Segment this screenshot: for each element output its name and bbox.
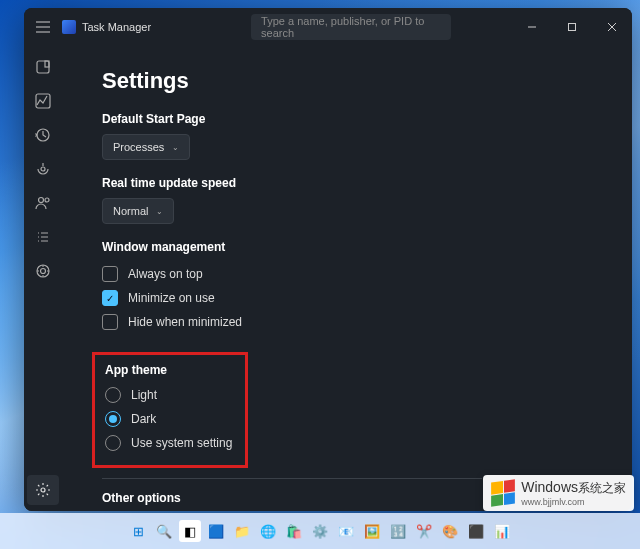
app-icon: [62, 20, 76, 34]
settings-content: Settings Default Start Page Processes ⌄ …: [62, 46, 632, 511]
default-start-value: Processes: [113, 141, 164, 153]
photos-icon[interactable]: 🖼️: [361, 520, 383, 542]
radio-checked-icon: [105, 411, 121, 427]
page-title: Settings: [102, 68, 614, 94]
taskmgr-icon[interactable]: 📊: [491, 520, 513, 542]
calculator-icon[interactable]: 🔢: [387, 520, 409, 542]
svg-point-5: [41, 167, 45, 171]
settings-icon[interactable]: [27, 475, 59, 505]
startup-icon[interactable]: [27, 154, 59, 184]
update-speed-dropdown[interactable]: Normal ⌄: [102, 198, 174, 224]
theme-system-row[interactable]: Use system setting: [105, 431, 235, 455]
watermark: Windows系统之家 www.bjjmlv.com: [483, 475, 634, 511]
search-input[interactable]: Type a name, publisher, or PID to search: [251, 14, 451, 40]
close-button[interactable]: [592, 8, 632, 46]
edge-icon[interactable]: 🌐: [257, 520, 279, 542]
default-start-dropdown[interactable]: Processes ⌄: [102, 134, 190, 160]
always-on-top-label: Always on top: [128, 267, 203, 281]
update-speed-label: Real time update speed: [102, 176, 614, 190]
search-icon[interactable]: 🔍: [153, 520, 175, 542]
hamburger-menu-button[interactable]: [24, 8, 62, 46]
theme-dark-label: Dark: [131, 412, 156, 426]
watermark-logo-icon: [491, 479, 515, 507]
app-theme-highlight: App theme Light Dark Use system setting: [92, 352, 248, 468]
settings-taskbar-icon[interactable]: ⚙️: [309, 520, 331, 542]
watermark-url: www.bjjmlv.com: [521, 497, 626, 507]
window-controls: [512, 8, 632, 46]
theme-dark-row[interactable]: Dark: [105, 407, 235, 431]
performance-icon[interactable]: [27, 86, 59, 116]
terminal-icon[interactable]: ⬛: [465, 520, 487, 542]
taskbar[interactable]: ⊞ 🔍 ◧ 🟦 📁 🌐 🛍️ ⚙️ 📧 🖼️ 🔢 ✂️ 🎨 ⬛ 📊: [0, 513, 640, 549]
explorer-icon[interactable]: 📁: [231, 520, 253, 542]
task-manager-window: Task Manager Type a name, publisher, or …: [24, 8, 632, 511]
start-icon[interactable]: ⊞: [127, 520, 149, 542]
always-on-top-row[interactable]: Always on top: [102, 262, 614, 286]
snip-icon[interactable]: ✂️: [413, 520, 435, 542]
svg-point-9: [41, 269, 46, 274]
divider: [102, 478, 482, 479]
app-title: Task Manager: [82, 21, 151, 33]
minimize-on-use-row[interactable]: ✓ Minimize on use: [102, 286, 614, 310]
store-icon[interactable]: 🛍️: [283, 520, 305, 542]
svg-point-6: [39, 198, 44, 203]
processes-icon[interactable]: [27, 52, 59, 82]
radio-unchecked-icon: [105, 435, 121, 451]
svg-point-10: [41, 488, 45, 492]
theme-light-label: Light: [131, 388, 157, 402]
checkbox-unchecked-icon: [102, 266, 118, 282]
services-icon[interactable]: [27, 256, 59, 286]
chevron-down-icon: ⌄: [156, 207, 163, 216]
hide-when-minimized-row[interactable]: Hide when minimized: [102, 310, 614, 334]
titlebar: Task Manager Type a name, publisher, or …: [24, 8, 632, 46]
hide-when-minimized-label: Hide when minimized: [128, 315, 242, 329]
default-start-label: Default Start Page: [102, 112, 614, 126]
mail-icon[interactable]: 📧: [335, 520, 357, 542]
theme-system-label: Use system setting: [131, 436, 232, 450]
radio-unchecked-icon: [105, 387, 121, 403]
maximize-button[interactable]: [552, 8, 592, 46]
checkbox-unchecked-icon: [102, 314, 118, 330]
widgets-icon[interactable]: 🟦: [205, 520, 227, 542]
svg-rect-0: [569, 24, 576, 31]
details-icon[interactable]: [27, 222, 59, 252]
svg-rect-2: [45, 61, 49, 67]
task-view-icon[interactable]: ◧: [179, 520, 201, 542]
svg-rect-3: [36, 94, 50, 108]
app-theme-label: App theme: [105, 363, 235, 377]
search-placeholder: Type a name, publisher, or PID to search: [261, 15, 441, 39]
window-mgmt-label: Window management: [102, 240, 614, 254]
minimize-on-use-label: Minimize on use: [128, 291, 215, 305]
paint-icon[interactable]: 🎨: [439, 520, 461, 542]
chevron-down-icon: ⌄: [172, 143, 179, 152]
update-speed-value: Normal: [113, 205, 148, 217]
theme-light-row[interactable]: Light: [105, 383, 235, 407]
app-history-icon[interactable]: [27, 120, 59, 150]
checkbox-checked-icon: ✓: [102, 290, 118, 306]
users-icon[interactable]: [27, 188, 59, 218]
sidebar: [24, 46, 62, 511]
minimize-button[interactable]: [512, 8, 552, 46]
svg-point-7: [45, 198, 49, 202]
watermark-sub: 系统之家: [578, 481, 626, 495]
watermark-text: Windows: [521, 479, 578, 495]
